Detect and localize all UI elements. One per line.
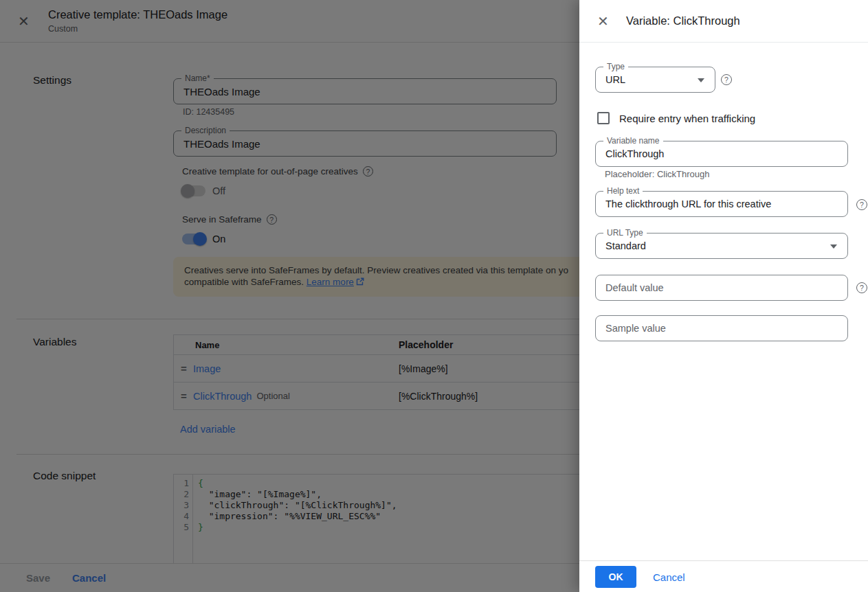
default-value-input[interactable] (596, 275, 847, 300)
help-text-field[interactable]: Help text (595, 191, 848, 217)
default-value-field[interactable] (595, 275, 848, 301)
help-icon[interactable]: ? (856, 199, 867, 210)
variable-name-field[interactable]: Variable name (595, 141, 848, 167)
panel-footer: OK Cancel (579, 560, 868, 592)
help-text-label: Help text (603, 186, 643, 196)
panel-header: ✕ Variable: ClickThrough (579, 0, 868, 43)
panel-cancel-button[interactable]: Cancel (653, 571, 685, 583)
app-window: ✕ Creative template: THEOads Image Custo… (0, 0, 868, 592)
close-icon[interactable]: ✕ (597, 14, 609, 28)
sample-value-input[interactable] (596, 316, 847, 341)
help-icon[interactable]: ? (721, 74, 732, 85)
variable-panel: ✕ Variable: ClickThrough Type ? Require … (579, 0, 868, 592)
type-label: Type (603, 62, 628, 71)
help-icon[interactable]: ? (856, 282, 867, 293)
panel-title: Variable: ClickThrough (626, 14, 740, 27)
type-dropdown[interactable]: Type (595, 67, 715, 93)
placeholder-helper-text: Placeholder: ClickThrough (605, 169, 709, 179)
variable-name-label: Variable name (603, 136, 663, 146)
sample-value-field[interactable] (595, 315, 848, 341)
url-type-dropdown[interactable]: URL Type (595, 233, 848, 259)
require-entry-label: Require entry when trafficking (619, 113, 755, 124)
ok-button[interactable]: OK (595, 566, 636, 588)
require-entry-checkbox[interactable] (597, 112, 610, 124)
url-type-label: URL Type (603, 228, 647, 238)
